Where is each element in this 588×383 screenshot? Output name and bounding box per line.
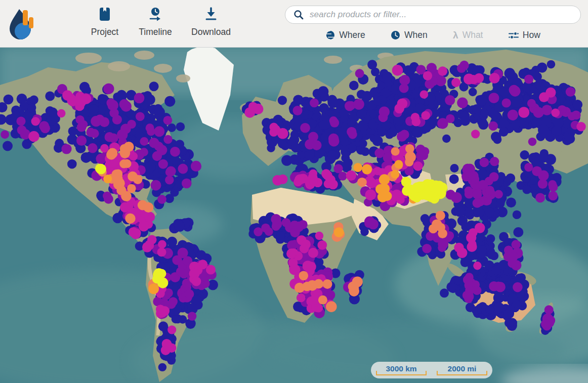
filter-when[interactable]: When	[389, 29, 430, 41]
download-button[interactable]: Download	[181, 4, 241, 37]
project-icon	[98, 7, 111, 21]
main-nav: Project Timeline Download	[79, 4, 241, 37]
scale-km-bracket	[376, 371, 427, 375]
download-label: Download	[191, 27, 231, 37]
world-basemap	[0, 47, 588, 383]
app-logo[interactable]	[7, 6, 36, 41]
scale-mi-bracket	[437, 371, 487, 375]
search-input[interactable]	[309, 9, 572, 20]
filter-how-label: How	[523, 30, 540, 40]
filter-bar: Where When λ What	[285, 24, 581, 41]
app-window: Project Timeline Download	[0, 0, 588, 383]
timeline-icon	[148, 7, 162, 21]
filter-how[interactable]: How	[507, 29, 542, 41]
project-button[interactable]: Project	[79, 4, 130, 37]
timeline-button[interactable]: Timeline	[130, 4, 181, 37]
lambda-icon: λ	[453, 30, 458, 40]
scale-mi: 2000 mi	[435, 364, 489, 376]
search-icon	[293, 10, 304, 20]
search-area: Where When λ What	[285, 6, 581, 41]
clock-icon	[391, 30, 400, 40]
sliders-icon	[509, 31, 519, 39]
logo-bar-tall	[23, 10, 28, 25]
map-canvas[interactable]: 3000 km 2000 mi	[0, 47, 588, 383]
search-bar[interactable]	[285, 6, 581, 24]
scale-km: 3000 km	[374, 364, 429, 376]
filter-where[interactable]: Where	[323, 29, 367, 41]
filter-what-label: What	[463, 30, 483, 40]
map-scale-control: 3000 km 2000 mi	[371, 362, 492, 378]
download-icon	[204, 7, 218, 21]
filter-when-label: When	[404, 30, 428, 40]
filter-what: λ What	[451, 29, 485, 41]
toolbar: Project Timeline Download	[0, 0, 588, 48]
project-label: Project	[91, 27, 118, 37]
timeline-label: Timeline	[139, 27, 172, 37]
logo-bar-short	[29, 17, 33, 28]
filter-where-label: Where	[339, 30, 365, 40]
globe-icon	[325, 30, 335, 40]
